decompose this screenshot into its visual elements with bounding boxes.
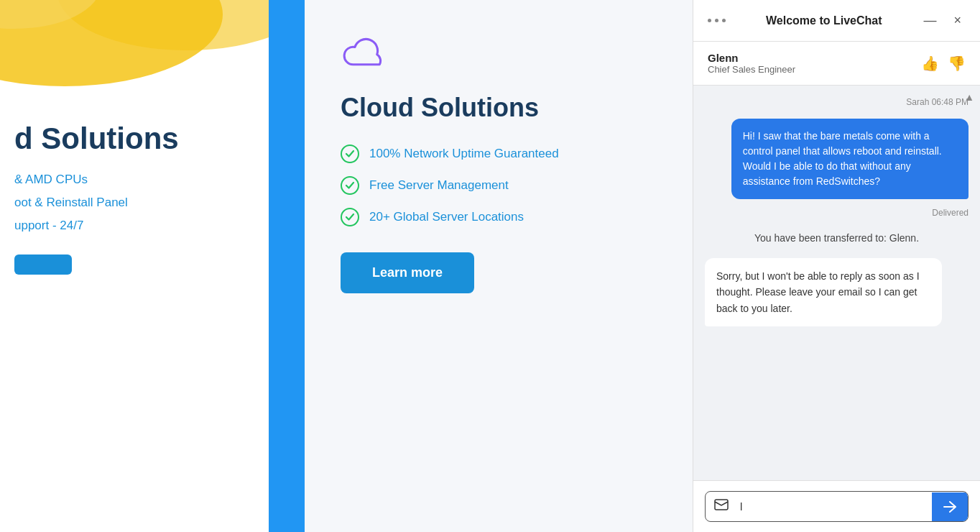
cloud-icon (341, 36, 657, 78)
cloud-feature-3: 20+ Global Server Locations (341, 208, 657, 226)
agent-bar: Glenn Chief Sales Engineer 👍 👎 (693, 42, 980, 86)
email-input[interactable] (737, 493, 932, 520)
svg-point-3 (341, 145, 359, 162)
transfer-notice: You have been transferred to: Glenn. (705, 226, 969, 249)
cloud-solutions-title: Cloud Solutions (341, 93, 657, 123)
thumbs-up-button[interactable]: 👍 (921, 55, 939, 72)
message-timestamp: Sarah 06:48 PM (705, 97, 969, 107)
thumbs-down-button[interactable]: 👎 (948, 55, 966, 72)
learn-more-button[interactable]: Learn more (341, 252, 474, 293)
chat-body: ▲ Sarah 06:48 PM Hi! I saw that the bare… (693, 86, 980, 480)
left-panel: d Solutions & AMD CPUs oot & Reinstall P… (0, 0, 269, 532)
left-panel-title: d Solutions (14, 122, 247, 155)
email-icon (706, 492, 737, 521)
left-features-list: & AMD CPUs oot & Reinstall Panel upport … (14, 173, 247, 233)
scroll-up-button[interactable]: ▲ (964, 91, 974, 103)
livechat-title: Welcome to LiveChat (737, 14, 910, 27)
agent-title-label: Chief Sales Engineer (708, 64, 912, 75)
check-icon-3 (341, 208, 359, 226)
cloud-solutions-card: Cloud Solutions 100% Network Uptime Guar… (305, 0, 693, 532)
chat-footer (693, 480, 980, 532)
minimize-button[interactable]: — (919, 12, 940, 29)
svg-point-4 (341, 177, 359, 194)
cloud-feature-2: Free Server Management (341, 176, 657, 195)
svg-rect-6 (715, 500, 728, 510)
agent-message: Sorry, but I won't be able to reply as s… (705, 258, 942, 326)
livechat-header: Welcome to LiveChat — × (693, 0, 980, 42)
email-send-button[interactable] (932, 492, 968, 521)
left-feature-3: upport - 24/7 (14, 219, 247, 233)
blue-divider (269, 0, 305, 532)
cloud-features-list: 100% Network Uptime Guaranteed Free Serv… (341, 145, 657, 226)
livechat-panel: Welcome to LiveChat — × Glenn Chief Sale… (693, 0, 980, 532)
email-input-row (705, 491, 969, 522)
left-content: d Solutions & AMD CPUs oot & Reinstall P… (0, 93, 269, 532)
svg-point-5 (341, 208, 359, 226)
agent-name: Glenn (708, 52, 912, 64)
cloud-feature-1: 100% Network Uptime Guaranteed (341, 145, 657, 163)
close-button[interactable]: × (949, 12, 966, 29)
user-message: Hi! I saw that the bare metals come with… (731, 119, 969, 199)
agent-info: Glenn Chief Sales Engineer (708, 52, 912, 75)
left-feature-2: oot & Reinstall Panel (14, 196, 247, 210)
left-feature-1: & AMD CPUs (14, 173, 247, 187)
left-learn-more-button[interactable] (14, 254, 72, 275)
menu-dots[interactable] (708, 19, 726, 22)
check-icon-2 (341, 176, 359, 195)
bg-blob (0, 0, 269, 101)
send-icon (943, 501, 956, 513)
rating-buttons: 👍 👎 (921, 55, 966, 72)
delivered-status: Delivered (705, 208, 969, 218)
check-icon-1 (341, 145, 359, 163)
